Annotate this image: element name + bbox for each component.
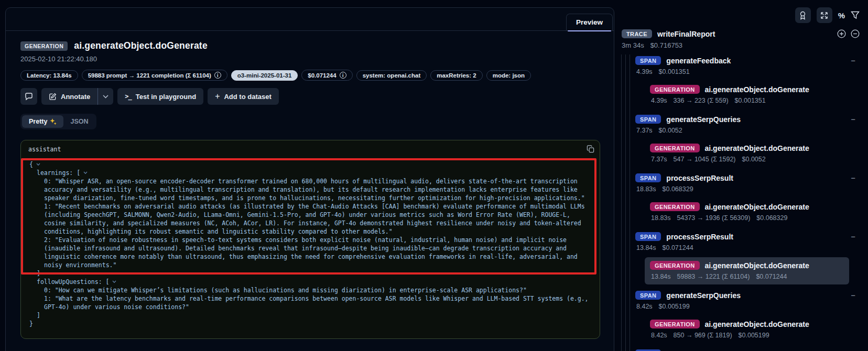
json-line: followUpQuestions: [ bbox=[29, 278, 591, 286]
span-metrics: 13.84s$0.071244 bbox=[635, 243, 860, 256]
json-line: 1: "What are the latency benchmarks and … bbox=[29, 294, 591, 311]
system-pill: system: openai.chat bbox=[356, 70, 427, 81]
trace-metrics: 3m 34s $0.716753 bbox=[620, 41, 860, 49]
model-pill[interactable]: o3-mini-2025-01-31 bbox=[231, 70, 298, 81]
info-icon[interactable]: i bbox=[214, 72, 221, 79]
panel-tabbar: Preview bbox=[6, 8, 614, 31]
json-line: learnings: [ bbox=[29, 169, 591, 177]
json-line: ] bbox=[29, 269, 591, 278]
comments-button[interactable] bbox=[20, 88, 37, 105]
panel-content: GENERATION ai.generateObject.doGenerate … bbox=[6, 31, 614, 351]
tree-group: SPAN generateSerpQueries − bbox=[635, 348, 860, 351]
tab-preview[interactable]: Preview bbox=[566, 14, 613, 31]
message-role-label: assistant bbox=[21, 140, 600, 156]
filter-button[interactable] bbox=[851, 11, 860, 19]
generation-row[interactable]: GENERATION ai.generateObject.doGenerate … bbox=[645, 316, 849, 343]
award-ribbon-icon bbox=[799, 11, 807, 20]
tree-group: SPAN generateFeedback − 4.39s$0.001351 G… bbox=[635, 54, 860, 108]
tree-group: SPAN processSerpResult − 13.84s$0.071244… bbox=[635, 231, 860, 284]
collapse-chevron-icon[interactable] bbox=[83, 171, 88, 174]
collapse-toggle[interactable]: − bbox=[851, 173, 860, 182]
filter-funnel-icon bbox=[851, 11, 860, 19]
annotate-split-button: Annotate bbox=[41, 88, 113, 105]
span-row[interactable]: SPAN generateSerpQueries − bbox=[635, 289, 860, 301]
copy-icon bbox=[587, 145, 594, 153]
mode-pill: mode: json bbox=[486, 70, 531, 81]
latency-pill: Latency: 13.84s bbox=[20, 70, 78, 81]
generation-badge: GENERATION bbox=[650, 320, 700, 328]
generation-badge: GENERATION bbox=[650, 144, 700, 152]
metadata-pills: Latency: 13.84s 59883 prompt → 1221 comp… bbox=[20, 70, 599, 81]
json-line: } bbox=[29, 320, 591, 328]
span-row[interactable]: SPAN processSerpResult − bbox=[635, 231, 860, 243]
collapse-toggle[interactable]: − bbox=[851, 56, 860, 65]
span-metrics: 7.37s$0.0052 bbox=[635, 125, 860, 139]
terminal-icon: >_ bbox=[125, 93, 131, 100]
add-to-dataset-button[interactable]: + Add to dataset bbox=[208, 88, 279, 105]
collapse-chevron-icon[interactable] bbox=[112, 280, 116, 283]
generation-badge: GENERATION bbox=[650, 202, 700, 211]
tree-group: SPAN generateSerpQueries − 8.42s$0.00519… bbox=[635, 289, 860, 343]
span-badge: SPAN bbox=[635, 291, 661, 300]
tree-guide bbox=[625, 54, 626, 351]
annotate-dropdown-button[interactable] bbox=[97, 88, 113, 105]
collapse-toggle[interactable]: − bbox=[851, 291, 860, 300]
json-line: { bbox=[29, 160, 591, 169]
tab-json[interactable]: JSON bbox=[63, 115, 95, 128]
span-badge: SPAN bbox=[635, 115, 661, 124]
annotate-button[interactable]: Annotate bbox=[41, 88, 97, 105]
generation-row[interactable]: GENERATION ai.generateObject.doGenerate … bbox=[645, 140, 849, 167]
span-row[interactable]: SPAN generateSerpQueries − bbox=[635, 113, 860, 125]
action-toolbar: Annotate >_ Test in playground + Add to … bbox=[20, 88, 599, 105]
json-line: 0: "How can we mitigate Whisper’s limita… bbox=[29, 286, 591, 294]
sidebar-toolbar: % bbox=[620, 7, 860, 23]
generation-row[interactable]: GENERATION ai.generateObject.doGenerate … bbox=[645, 199, 849, 226]
chevron-down-icon bbox=[103, 95, 108, 98]
info-icon[interactable]: i bbox=[340, 72, 346, 79]
sparkles-icon bbox=[50, 118, 57, 125]
copy-button[interactable] bbox=[587, 145, 594, 153]
plus-circle-icon[interactable] bbox=[837, 29, 846, 38]
generation-badge: GENERATION bbox=[650, 85, 700, 94]
json-line: 2: "Evaluation of noise robustness in sp… bbox=[29, 236, 591, 269]
title-row: GENERATION ai.generateObject.doGenerate bbox=[20, 40, 599, 51]
span-metrics: 4.39s$0.001351 bbox=[635, 67, 860, 80]
trace-root-row[interactable]: TRACE writeFinalReport bbox=[620, 29, 860, 38]
generation-row-selected[interactable]: GENERATION ai.generateObject.doGenerate … bbox=[645, 257, 849, 284]
trace-tree-sidebar: % TRACE writeFinalReport 3m 34s $0.71675… bbox=[620, 0, 868, 351]
span-badge: SPAN bbox=[635, 232, 661, 241]
trace-tree: SPAN generateFeedback − 4.39s$0.001351 G… bbox=[620, 54, 860, 351]
generation-row[interactable]: GENERATION ai.generateObject.doGenerate … bbox=[645, 81, 849, 108]
span-row[interactable]: SPAN processSerpResult − bbox=[635, 172, 860, 184]
trace-actions bbox=[837, 29, 860, 38]
trace-duration: 3m 34s bbox=[622, 41, 644, 49]
json-line: 1: "Recent benchmarks on adversarial aud… bbox=[29, 202, 591, 236]
percent-icon: % bbox=[838, 11, 845, 20]
span-badge: SPAN bbox=[635, 173, 661, 182]
collapse-arrows-icon bbox=[820, 12, 828, 19]
span-row[interactable]: SPAN generateFeedback − bbox=[635, 54, 860, 67]
tree-group: SPAN generateSerpQueries − 7.37s$0.0052 … bbox=[635, 113, 860, 167]
span-metrics: 18.83s$0.068329 bbox=[635, 184, 860, 198]
generation-metrics: 8.42s850 → 969 (Σ 1819)$0.005199 bbox=[650, 330, 849, 342]
tab-pretty[interactable]: Pretty bbox=[22, 115, 63, 128]
playground-button[interactable]: >_ Test in playground bbox=[117, 88, 203, 105]
cost-pill: $0.071244i bbox=[301, 70, 352, 81]
collapse-chevron-icon[interactable] bbox=[36, 163, 40, 166]
generation-metrics: 7.37s547 → 1045 (Σ 1592)$0.0052 bbox=[650, 154, 849, 166]
assistant-message-card: assistant { learnings: [ 0: "Whisper ASR… bbox=[20, 140, 600, 339]
collapse-toggle[interactable]: − bbox=[851, 115, 860, 124]
tree-group: SPAN processSerpResult − 18.83s$0.068329… bbox=[635, 172, 860, 226]
tree-guide bbox=[621, 54, 622, 351]
annotations-toggle-button[interactable] bbox=[795, 7, 811, 23]
metrics-toggle-button[interactable]: % bbox=[838, 11, 845, 20]
token-usage-pill: 59883 prompt → 1221 completion (Σ 61104)… bbox=[82, 70, 227, 81]
span-row[interactable]: SPAN generateSerpQueries − bbox=[635, 348, 860, 351]
json-line: ] bbox=[29, 311, 591, 320]
minus-circle-icon[interactable] bbox=[851, 29, 860, 38]
collapse-all-button[interactable] bbox=[817, 7, 832, 23]
plus-icon: + bbox=[215, 92, 220, 101]
generation-metrics: 13.84s59883 → 1221 (Σ 61104)$0.071244 bbox=[650, 271, 849, 283]
observation-detail-panel: Preview GENERATION ai.generateObject.doG… bbox=[5, 7, 614, 351]
collapse-toggle[interactable]: − bbox=[851, 232, 860, 241]
